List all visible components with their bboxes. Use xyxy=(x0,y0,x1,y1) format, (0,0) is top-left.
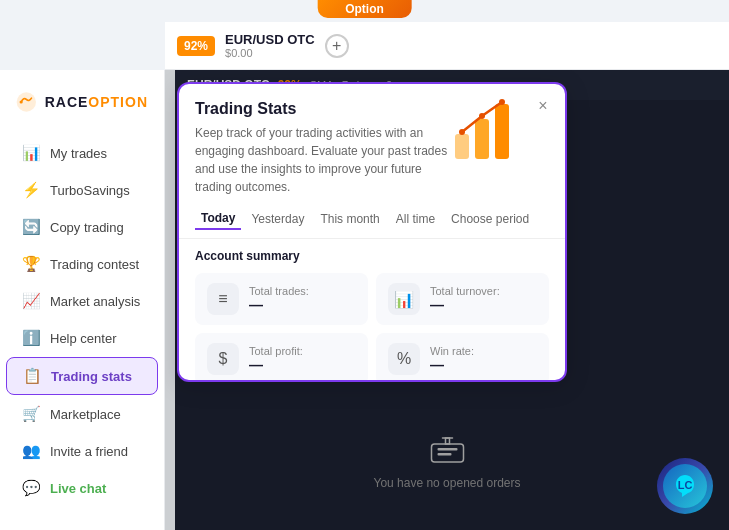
account-summary-label: Account summary xyxy=(195,249,549,263)
tab-yesterday[interactable]: Yesterday xyxy=(245,208,310,230)
stat-info-win-rate: Win rate: — xyxy=(430,345,474,373)
tab-choose-period[interactable]: Choose period xyxy=(445,208,535,230)
sidebar-item-trading-stats[interactable]: 📋 Trading stats xyxy=(6,357,158,395)
sidebar-item-invite-friend[interactable]: 👥 Invite a friend xyxy=(6,433,158,469)
modal-close-button[interactable]: × xyxy=(533,96,553,116)
tab-all-time[interactable]: All time xyxy=(390,208,441,230)
nav-label-marketplace: Marketplace xyxy=(50,407,121,422)
main-layout: RACEOPTION 📊 My trades ⚡ TurboSavings 🔄 … xyxy=(0,70,729,530)
instrument-name: EUR/USD OTC xyxy=(225,32,315,47)
stat-icon-total-trades: ≡ xyxy=(207,283,239,315)
nav-icon-invite-friend: 👥 xyxy=(22,442,40,460)
stat-icon-total-turnover: 📊 xyxy=(388,283,420,315)
sidebar: RACEOPTION 📊 My trades ⚡ TurboSavings 🔄 … xyxy=(0,70,165,530)
nav-label-trading-stats: Trading stats xyxy=(51,369,132,384)
modal-header: Trading Stats Keep track of your trading… xyxy=(179,84,565,204)
nav-icon-trading-contest: 🏆 xyxy=(22,255,40,273)
sidebar-item-market-analysis[interactable]: 📈 Market analysis xyxy=(6,283,158,319)
sidebar-item-copy-trading[interactable]: 🔄 Copy trading xyxy=(6,209,158,245)
instrument-info: EUR/USD OTC $0.00 xyxy=(225,32,315,59)
nav-icon-turbo-savings: ⚡ xyxy=(22,181,40,199)
logo-text: RACEOPTION xyxy=(45,94,148,110)
svg-point-1 xyxy=(20,100,23,103)
stat-label-total-trades: Total trades: xyxy=(249,285,309,297)
avatar-inner: LC xyxy=(663,464,707,508)
nav-icon-help-center: ℹ️ xyxy=(22,329,40,347)
stat-card-total-profit: $ Total profit: — xyxy=(195,333,368,382)
trades-circle-area: 0 Trades xyxy=(0,515,164,530)
stat-icon-win-rate: % xyxy=(388,343,420,375)
modal-title: Trading Stats xyxy=(195,100,549,118)
sidebar-item-help-center[interactable]: ℹ️ Help center xyxy=(6,320,158,356)
modal-overlay: Trading Stats Keep track of your trading… xyxy=(165,70,729,530)
stat-info-total-trades: Total trades: — xyxy=(249,285,309,313)
nav-icon-market-analysis: 📈 xyxy=(22,292,40,310)
instrument-bar: 92% EUR/USD OTC $0.00 + xyxy=(165,22,729,70)
nav-icon-live-chat: 💬 xyxy=(22,479,40,497)
logo-icon xyxy=(16,86,37,118)
tab-today[interactable]: Today xyxy=(195,208,241,230)
nav-icon-marketplace: 🛒 xyxy=(22,405,40,423)
modal-tabs: TodayYesterdayThis monthAll timeChoose p… xyxy=(179,204,565,239)
pct-badge: 92% xyxy=(177,36,215,56)
stat-value-total-profit: — xyxy=(249,357,303,373)
stat-value-win-rate: — xyxy=(430,357,474,373)
stat-value-total-turnover: — xyxy=(430,297,500,313)
stat-card-total-trades: ≡ Total trades: — xyxy=(195,273,368,325)
sidebar-item-turbo-savings[interactable]: ⚡ TurboSavings xyxy=(6,172,158,208)
stat-label-win-rate: Win rate: xyxy=(430,345,474,357)
sidebar-item-trading-contest[interactable]: 🏆 Trading contest xyxy=(6,246,158,282)
nav-icon-trading-stats: 📋 xyxy=(23,367,41,385)
nav-list: 📊 My trades ⚡ TurboSavings 🔄 Copy tradin… xyxy=(0,134,164,507)
tab-this-month[interactable]: This month xyxy=(314,208,385,230)
stat-info-total-profit: Total profit: — xyxy=(249,345,303,373)
nav-label-market-analysis: Market analysis xyxy=(50,294,140,309)
nav-icon-my-trades: 📊 xyxy=(22,144,40,162)
modal-description: Keep track of your trading activities wi… xyxy=(195,124,455,196)
stat-label-total-turnover: Total turnover: xyxy=(430,285,500,297)
sidebar-item-live-chat[interactable]: 💬 Live chat xyxy=(6,470,158,506)
nav-icon-copy-trading: 🔄 xyxy=(22,218,40,236)
sidebar-item-marketplace[interactable]: 🛒 Marketplace xyxy=(6,396,158,432)
add-instrument-button[interactable]: + xyxy=(325,34,349,58)
logo-area: RACEOPTION xyxy=(0,78,164,134)
stat-icon-total-profit: $ xyxy=(207,343,239,375)
svg-text:LC: LC xyxy=(678,479,693,491)
nav-label-live-chat: Live chat xyxy=(50,481,106,496)
content-area: EUR/USD OTC 92% SMA 7 close 2 xyxy=(165,70,729,530)
nav-label-trading-contest: Trading contest xyxy=(50,257,139,272)
sidebar-item-my-trades[interactable]: 📊 My trades xyxy=(6,135,158,171)
nav-label-my-trades: My trades xyxy=(50,146,107,161)
stat-label-total-profit: Total profit: xyxy=(249,345,303,357)
nav-label-invite-friend: Invite a friend xyxy=(50,444,128,459)
stat-card-win-rate: % Win rate: — xyxy=(376,333,549,382)
option-pill: Option xyxy=(317,0,412,18)
stat-info-total-turnover: Total turnover: — xyxy=(430,285,500,313)
stat-value-total-trades: — xyxy=(249,297,309,313)
stat-card-total-turnover: 📊 Total turnover: — xyxy=(376,273,549,325)
trading-stats-modal: Trading Stats Keep track of your trading… xyxy=(177,82,567,382)
top-bar: Option xyxy=(0,0,729,22)
instrument-price: $0.00 xyxy=(225,47,315,59)
nav-label-help-center: Help center xyxy=(50,331,116,346)
nav-label-copy-trading: Copy trading xyxy=(50,220,124,235)
stats-grid: ≡ Total trades: — 📊 Total turnover: — $ … xyxy=(195,273,549,382)
modal-body: Account summary ≡ Total trades: — 📊 Tota… xyxy=(179,239,565,382)
chat-avatar-button[interactable]: LC xyxy=(657,458,713,514)
nav-label-turbo-savings: TurboSavings xyxy=(50,183,130,198)
